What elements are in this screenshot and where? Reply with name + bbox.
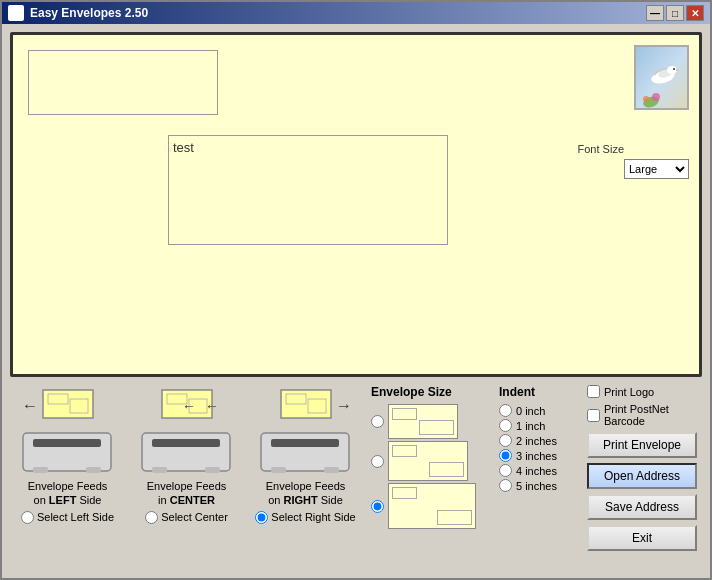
print-postnet-checkbox[interactable]: [587, 409, 600, 422]
indent-label: Indent: [499, 385, 579, 399]
indent-label-4: 4 inches: [516, 465, 557, 477]
env-thumbnail-3: [388, 483, 476, 529]
indent-radio-0[interactable]: [499, 404, 512, 417]
svg-rect-12: [23, 433, 111, 471]
env-thumbnail-1: [388, 404, 458, 439]
print-logo-label: Print Logo: [604, 386, 654, 398]
feed-option-left: ← Envelope Feedson LEFT Side Select Left: [10, 385, 125, 524]
indent-0[interactable]: 0 inch: [499, 404, 579, 417]
indent-label-5: 5 inches: [516, 480, 557, 492]
recipient-text: test: [173, 140, 194, 155]
svg-text:←: ←: [182, 398, 196, 414]
indent-1[interactable]: 1 inch: [499, 419, 579, 432]
font-size-label: Font Size: [578, 143, 624, 155]
feed-radio-center[interactable]: Select Center: [145, 511, 228, 524]
printer-illustration-left: ←: [18, 385, 118, 475]
indent-radio-3[interactable]: [499, 449, 512, 462]
maximize-button[interactable]: □: [666, 5, 684, 21]
env-size-radio-2[interactable]: [371, 455, 384, 468]
radio-left-label: Select Left Side: [37, 511, 114, 523]
envelope-preview: Font Size Large Small Medium Extra Large…: [10, 32, 702, 377]
minimize-button[interactable]: —: [646, 5, 664, 21]
svg-text:←: ←: [22, 397, 38, 414]
window-title: Easy Envelopes 2.50: [30, 6, 148, 20]
svg-rect-29: [261, 433, 349, 471]
font-size-select[interactable]: Large Small Medium Extra Large: [624, 159, 689, 179]
svg-rect-23: [152, 467, 167, 473]
svg-rect-30: [271, 439, 339, 447]
print-postnet-row[interactable]: Print PostNet Barcode: [587, 403, 702, 427]
svg-rect-13: [33, 439, 101, 447]
feed-option-center: ← ← Envelope Feedsin CENTER Select Cente…: [129, 385, 244, 524]
env-size-option-2[interactable]: [371, 441, 491, 481]
stamp-area: [634, 45, 689, 110]
indent-2[interactable]: 2 inches: [499, 434, 579, 447]
svg-rect-14: [33, 467, 48, 473]
close-button[interactable]: ✕: [686, 5, 704, 21]
indent-5[interactable]: 5 inches: [499, 479, 579, 492]
title-buttons: — □ ✕: [646, 5, 704, 21]
indent-label-1: 1 inch: [516, 420, 545, 432]
svg-rect-31: [271, 467, 286, 473]
svg-rect-32: [324, 467, 339, 473]
print-envelope-button[interactable]: Print Envelope: [587, 432, 697, 458]
feed-radio-left[interactable]: Select Left Side: [21, 511, 114, 524]
svg-point-4: [673, 68, 675, 70]
svg-rect-22: [152, 439, 220, 447]
feed-label-left: Envelope Feedson LEFT Side: [28, 479, 108, 508]
radio-left[interactable]: [21, 511, 34, 524]
svg-point-6: [652, 93, 660, 101]
env-thumbnail-2: [388, 441, 468, 481]
recipient-box: test: [168, 135, 448, 245]
radio-center[interactable]: [145, 511, 158, 524]
indent-label-0: 0 inch: [516, 405, 545, 417]
main-window: ✉ Easy Envelopes 2.50 — □ ✕: [0, 0, 712, 580]
feed-options: ← Envelope Feedson LEFT Side Select Left: [10, 385, 363, 570]
indent-radio-4[interactable]: [499, 464, 512, 477]
svg-text:→: →: [336, 397, 352, 414]
content-area: Font Size Large Small Medium Extra Large…: [2, 24, 710, 578]
title-bar: ✉ Easy Envelopes 2.50 — □ ✕: [2, 2, 710, 24]
app-icon: ✉: [8, 5, 24, 21]
indent-radio-5[interactable]: [499, 479, 512, 492]
indent-section: Indent 0 inch 1 inch 2 inches 3 inches: [499, 385, 579, 570]
printer-illustration-right: →: [256, 385, 356, 475]
feed-radio-right[interactable]: Select Right Side: [255, 511, 355, 524]
envelope-size-section: Envelope Size: [371, 385, 491, 570]
exit-button[interactable]: Exit: [587, 525, 697, 551]
indent-label-2: 2 inches: [516, 435, 557, 447]
radio-center-label: Select Center: [161, 511, 228, 523]
env-size-radio-3[interactable]: [371, 500, 384, 513]
envelope-size-label: Envelope Size: [371, 385, 491, 399]
print-logo-checkbox[interactable]: [587, 385, 600, 398]
buttons-section: Print Logo Print PostNet Barcode Print E…: [587, 385, 702, 570]
open-address-button[interactable]: Open Address: [587, 463, 697, 489]
indent-3[interactable]: 3 inches: [499, 449, 579, 462]
print-logo-row[interactable]: Print Logo: [587, 385, 702, 398]
indent-radio-1[interactable]: [499, 419, 512, 432]
svg-rect-24: [205, 467, 220, 473]
svg-rect-21: [142, 433, 230, 471]
indent-4[interactable]: 4 inches: [499, 464, 579, 477]
env-size-radio-1[interactable]: [371, 415, 384, 428]
feed-label-center: Envelope Feedsin CENTER: [147, 479, 227, 508]
feed-label-right: Envelope Feedson RIGHT Side: [266, 479, 346, 508]
radio-right-label: Select Right Side: [271, 511, 355, 523]
svg-rect-15: [86, 467, 101, 473]
return-address-box: [28, 50, 218, 115]
svg-text:←: ←: [205, 398, 219, 414]
bottom-panel: ← Envelope Feedson LEFT Side Select Left: [10, 385, 702, 570]
env-size-option-1[interactable]: [371, 404, 491, 439]
svg-point-3: [667, 66, 677, 74]
env-size-option-3[interactable]: [371, 483, 491, 529]
radio-right[interactable]: [255, 511, 268, 524]
save-address-button[interactable]: Save Address: [587, 494, 697, 520]
print-postnet-label: Print PostNet Barcode: [604, 403, 702, 427]
stamp-image: [636, 47, 687, 108]
printer-illustration-center: ← ←: [137, 385, 237, 475]
title-bar-left: ✉ Easy Envelopes 2.50: [8, 5, 148, 21]
indent-label-3: 3 inches: [516, 450, 557, 462]
svg-point-7: [643, 96, 649, 102]
indent-radio-2[interactable]: [499, 434, 512, 447]
feed-option-right: → Envelope Feedson RIGHT Side Select Rig…: [248, 385, 363, 524]
